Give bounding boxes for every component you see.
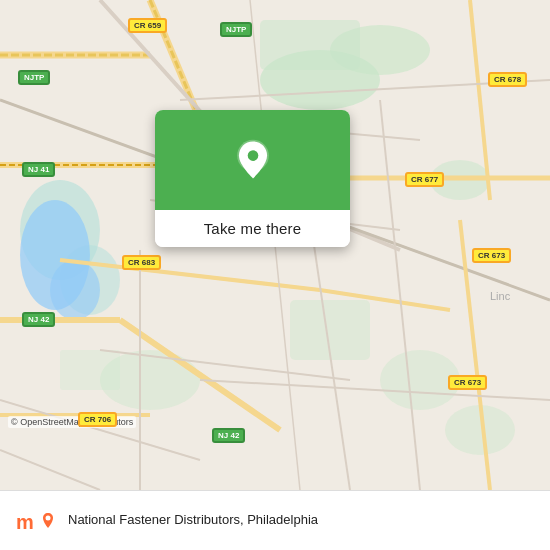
road-sign-nj42-bottom: NJ 42 xyxy=(212,428,245,443)
svg-point-13 xyxy=(50,260,100,320)
road-sign-cr673-top: CR 673 xyxy=(472,248,511,263)
popup-green-header xyxy=(155,110,350,210)
road-sign-nj42-left: NJ 42 xyxy=(22,312,55,327)
map-container: Linc CR 659 NJTP NJTP NJ 41 CR 677 CR 67… xyxy=(0,0,550,490)
road-sign-cr706: CR 706 xyxy=(78,412,117,427)
road-sign-nj41: NJ 41 xyxy=(22,162,55,177)
svg-rect-11 xyxy=(60,350,120,390)
road-sign-cr673-bottom: CR 673 xyxy=(448,375,487,390)
road-sign-cr659: CR 659 xyxy=(128,18,167,33)
bottom-bar: m National Fastener Distributors, Philad… xyxy=(0,490,550,550)
svg-text:Linc: Linc xyxy=(490,290,511,302)
moovit-logo: m xyxy=(14,503,58,539)
svg-point-48 xyxy=(46,515,51,520)
location-pin-icon xyxy=(231,138,275,182)
svg-rect-3 xyxy=(260,20,360,70)
svg-point-45 xyxy=(247,150,258,161)
road-sign-njtp-top: NJTP xyxy=(220,22,252,37)
road-sign-cr683: CR 683 xyxy=(122,255,161,270)
road-sign-njtp-left: NJTP xyxy=(18,70,50,85)
popup-card: Take me there xyxy=(155,110,350,247)
road-sign-cr678: CR 678 xyxy=(488,72,527,87)
road-sign-cr677: CR 677 xyxy=(405,172,444,187)
svg-text:m: m xyxy=(16,511,34,533)
take-me-there-button[interactable]: Take me there xyxy=(155,210,350,247)
location-label: National Fastener Distributors, Philadel… xyxy=(68,512,536,529)
